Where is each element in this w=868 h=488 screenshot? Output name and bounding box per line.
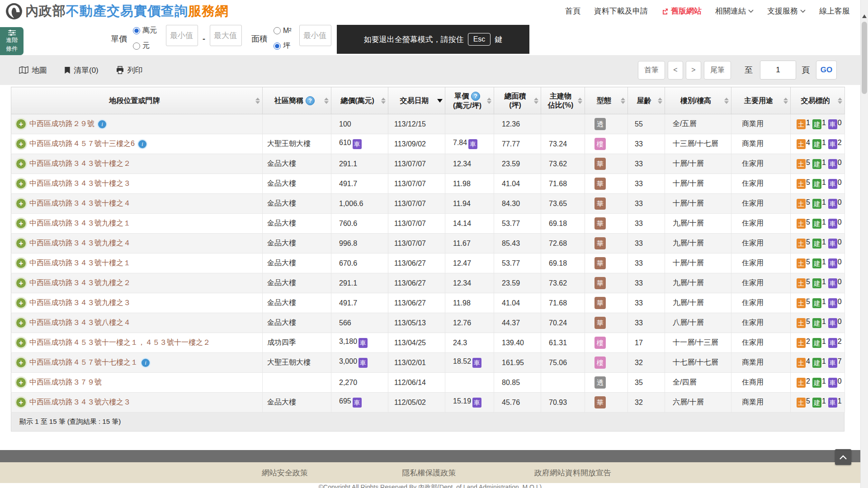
m2-radio[interactable]: [274, 27, 281, 34]
nav-online-service[interactable]: 線上客服: [819, 6, 850, 16]
next-page-button[interactable]: >: [686, 61, 701, 80]
footer-link-privacy-policy[interactable]: 隱私權保護政策: [402, 468, 456, 478]
address-link[interactable]: 中西區成功路３４３號九樓之２: [29, 278, 131, 288]
unit-price-min-input[interactable]: [166, 25, 198, 46]
wanyuan-radio[interactable]: [133, 27, 140, 34]
expand-row-icon[interactable]: +: [16, 179, 26, 188]
column-header-unit-price[interactable]: 單價?(萬元/坪): [445, 87, 494, 114]
unit-price-option-yuan[interactable]: 元: [133, 39, 157, 53]
expand-row-icon[interactable]: +: [16, 378, 26, 387]
last-page-button[interactable]: 尾筆: [704, 61, 731, 80]
address-link[interactable]: 中西區成功路３４３號十樓之２: [29, 159, 131, 169]
column-header-date[interactable]: 交易日期: [388, 87, 445, 114]
page-number-input[interactable]: [760, 61, 796, 80]
table-row[interactable]: +中西區成功路３４３號九樓之２金品大樓291.1113/06/2712.3423…: [11, 273, 845, 293]
area-option-m2[interactable]: M²: [274, 23, 292, 38]
nav-downloads[interactable]: 資料下載及申請: [594, 6, 648, 16]
address-link[interactable]: 中西區成功路４５７號十三樓之6: [29, 139, 135, 149]
footer-link-security-policy[interactable]: 網站安全政策: [262, 468, 308, 478]
table-row[interactable]: +中西區成功路４５７號十七樓之１i大聖王朝大樓3,000車113/02/0118…: [11, 353, 845, 373]
info-icon[interactable]: i: [142, 359, 150, 367]
expand-row-icon[interactable]: +: [16, 199, 26, 208]
table-row[interactable]: +中西區成功路３４３號十樓之３金品大樓491.7113/07/0711.9841…: [11, 174, 845, 194]
column-header-ratio[interactable]: 主建物佔比(%): [541, 87, 585, 114]
nav-home[interactable]: 首頁: [565, 6, 580, 16]
cell-building-age: 32: [628, 353, 665, 373]
first-page-button[interactable]: 首筆: [638, 61, 665, 80]
expand-row-icon[interactable]: +: [16, 278, 26, 288]
yuan-radio[interactable]: [133, 42, 140, 50]
area-min-input[interactable]: [299, 25, 331, 46]
go-button[interactable]: GO: [816, 61, 837, 80]
table-row[interactable]: +中西區成功路４５３號十一樓之１，４５３號十一樓之２成功四季3,180車113/…: [11, 333, 845, 353]
column-header-usage[interactable]: 主要用途: [731, 87, 791, 114]
column-header-floor[interactable]: 樓別/樓高: [665, 87, 731, 114]
expand-row-icon[interactable]: +: [16, 338, 26, 347]
info-icon[interactable]: i: [98, 120, 106, 128]
car-badge: 車: [472, 358, 481, 368]
nav-legacy-site[interactable]: 舊版網站: [661, 6, 702, 16]
address-link[interactable]: 中西區成功路２９號: [29, 119, 94, 129]
expand-row-icon[interactable]: +: [16, 258, 26, 268]
table-row[interactable]: +中西區成功路３４３號六樓之３金品大樓695車112/05/0215.19車45…: [11, 393, 845, 413]
column-header-area[interactable]: 總面積(坪): [494, 87, 541, 114]
address-link[interactable]: 中西區成功路３４３號九樓之４: [29, 239, 131, 248]
help-icon[interactable]: ?: [306, 96, 315, 105]
expand-row-icon[interactable]: +: [16, 358, 26, 367]
cell-total-price: 291.1: [331, 273, 388, 293]
expand-row-icon[interactable]: +: [16, 119, 26, 129]
address-link[interactable]: 中西區成功路３４３號九樓之３: [29, 298, 131, 308]
scrollbar-thumb[interactable]: [862, 22, 867, 94]
address-link[interactable]: 中西區成功路３７９號: [29, 378, 102, 387]
table-row[interactable]: +中西區成功路３４３號八樓之４金品大樓566113/05/1312.7644.3…: [11, 313, 845, 333]
expand-row-icon[interactable]: +: [16, 239, 26, 248]
vertical-scrollbar[interactable]: [860, 0, 868, 488]
ping-radio[interactable]: [274, 42, 281, 50]
unit-price-max-input[interactable]: [210, 25, 242, 46]
table-row[interactable]: +中西區成功路４５７號十三樓之6i大聖王朝大樓610車113/09/027.84…: [11, 134, 845, 154]
table-row[interactable]: +中西區成功路３４３號九樓之３金品大樓491.7113/06/2711.9841…: [11, 293, 845, 313]
expand-row-icon[interactable]: +: [16, 159, 26, 169]
table-row[interactable]: +中西區成功路３４３號十樓之４金品大樓1,006.6113/07/0711.94…: [11, 194, 845, 214]
list-view-button[interactable]: 清單(0): [64, 65, 99, 75]
advanced-conditions-tab[interactable]: 進階 條件: [0, 27, 24, 55]
table-row[interactable]: +中西區成功路２９號i100113/12/1512.36透55全/五層商業用土1…: [11, 114, 845, 134]
info-icon[interactable]: i: [138, 140, 146, 148]
address-link[interactable]: 中西區成功路３４３號十樓之３: [29, 179, 131, 188]
nav-related-links[interactable]: 相關連結: [715, 6, 754, 16]
table-row[interactable]: +中西區成功路３４３號十樓之２金品大樓291.1113/07/0712.3423…: [11, 154, 845, 174]
print-button[interactable]: 列印: [116, 65, 143, 75]
prev-page-button[interactable]: <: [668, 61, 683, 80]
column-header-address[interactable]: 地段位置或門牌: [11, 87, 263, 114]
address-link[interactable]: 中西區成功路３４３號十樓之１: [29, 258, 131, 268]
expand-row-icon[interactable]: +: [16, 398, 26, 407]
table-row[interactable]: +中西區成功路３４３號九樓之４金品大樓996.8113/07/0711.6785…: [11, 234, 845, 253]
unit-price-option-wanyuan[interactable]: 萬元: [133, 23, 157, 38]
column-header-age[interactable]: 屋齡: [628, 87, 665, 114]
address-link[interactable]: 中西區成功路３４３號九樓之１: [29, 219, 131, 228]
address-link[interactable]: 中西區成功路３４３號十樓之４: [29, 199, 131, 208]
address-link[interactable]: 中西區成功路３４３號六樓之３: [29, 398, 131, 407]
address-link[interactable]: 中西區成功路４５３號十一樓之１，４５３號十一樓之２: [29, 338, 210, 347]
scrollbar-up-arrow-icon[interactable]: [862, 14, 867, 18]
nav-support-services[interactable]: 支援服務: [767, 6, 806, 16]
column-header-type[interactable]: 型態: [585, 87, 628, 114]
column-header-total-price[interactable]: 總價(萬元): [331, 87, 388, 114]
expand-row-icon[interactable]: +: [16, 318, 26, 328]
expand-row-icon[interactable]: +: [16, 298, 26, 308]
table-row[interactable]: +中西區成功路３４３號十樓之１金品大樓670.6113/06/2712.4753…: [11, 253, 845, 273]
table-row[interactable]: +中西區成功路３４３號九樓之１金品大樓760.6113/07/0714.1453…: [11, 214, 845, 234]
help-icon[interactable]: ?: [471, 92, 480, 101]
table-row[interactable]: +中西區成功路３７９號2,270112/06/1480.85透35全/四層住商用…: [11, 373, 845, 393]
column-header-deal[interactable]: 交易標的: [791, 87, 845, 114]
area-option-ping[interactable]: 坪: [274, 39, 292, 53]
column-header-community[interactable]: 社區簡稱?: [263, 87, 331, 114]
address-link[interactable]: 中西區成功路４５７號十七樓之１: [29, 358, 138, 367]
back-to-top-button[interactable]: [835, 449, 851, 465]
expand-row-icon[interactable]: +: [16, 139, 26, 149]
footer-link-open-data[interactable]: 政府網站資料開放宣告: [534, 468, 611, 478]
expand-row-icon[interactable]: +: [16, 219, 26, 228]
address-link[interactable]: 中西區成功路３４３號八樓之４: [29, 318, 131, 328]
site-logo[interactable]: 內政部不動產交易實價查詢服務網: [5, 2, 229, 20]
map-view-button[interactable]: 地圖: [19, 65, 47, 75]
